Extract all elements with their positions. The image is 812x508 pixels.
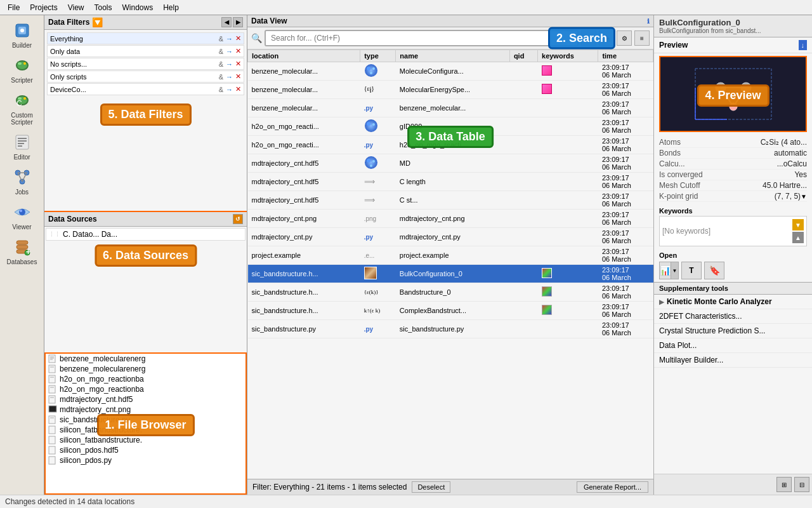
file-item-1[interactable]: benzene_molecularenerg — [46, 364, 246, 374]
prop-atoms: Atoms C₂Si₂ (4 ato... — [659, 137, 807, 148]
prop-value-converged: Yes — [735, 170, 807, 179]
cell-qid — [509, 173, 537, 191]
col-time[interactable]: time — [598, 50, 653, 62]
data-filters-header: Data Filters 🔽 ◀ ▶ — [44, 15, 247, 30]
table-row[interactable]: h2o_on_mgo_reacti... .py h2o_on_mgo_reac… — [248, 136, 653, 154]
scripter-btn[interactable]: Scripter — [2, 53, 43, 86]
table-row[interactable]: mdtrajectory_cnt.hdf5 ⟹ C length 23:09:1… — [248, 173, 653, 191]
cell-name: ComplexBandstruct... — [396, 302, 510, 320]
table-row[interactable]: mdtrajectory_cnt.png .png mdtrajectory_c… — [248, 210, 653, 228]
supp-item-crystal[interactable]: Crystal Structure Prediction S... — [654, 324, 812, 338]
file-name-8: silicon_fatbandstructure. — [60, 436, 142, 444]
table-row[interactable]: sic_bandstructure.h... k↑(ε k) ComplexBa… — [248, 302, 653, 320]
editor-btn[interactable]: Editor — [2, 130, 43, 163]
table-row[interactable]: sic_bandstructure.h... {ε(k)} Bandstruct… — [248, 283, 653, 302]
table-row[interactable]: project.example .e... project.example 23… — [248, 246, 653, 265]
supp-item-2dfet[interactable]: 2DFET Characteristics... — [654, 309, 812, 324]
keywords-add-btn[interactable]: ▼ — [792, 219, 804, 231]
search-input[interactable] — [265, 30, 579, 46]
molecule-icon-2 — [364, 119, 378, 133]
file-item-0[interactable]: benzene_molecularenerg — [46, 354, 246, 364]
table-row[interactable]: benzene_molecular... .py benzene_molecul… — [248, 99, 653, 117]
svg-point-52 — [370, 72, 372, 74]
menu-help[interactable]: Help — [158, 2, 184, 13]
menu-view[interactable]: View — [63, 2, 89, 13]
col-location[interactable]: location — [248, 50, 360, 62]
file-name-3: h2o_on_mgo_reactionba — [60, 385, 144, 394]
table-row[interactable]: benzene_molecular... {εi} MolecularEnerg… — [248, 81, 653, 99]
search-btn-1[interactable]: 📄 — [581, 30, 596, 46]
table-row[interactable]: mdtrajectory_cnt.hdf5 MD — [248, 154, 653, 173]
custom-scripter-btn[interactable]: C Custom Scripter — [2, 88, 43, 128]
search-settings-btn[interactable]: ⚙ — [617, 30, 632, 46]
file-item-2[interactable]: h2o_on_mgo_reactionba — [46, 374, 246, 384]
svg-rect-25 — [16, 241, 28, 244]
file-item-5[interactable]: mdtrajectory_cnt.png — [46, 404, 246, 415]
viewer-btn[interactable]: Viewer — [2, 199, 43, 233]
file-item-7[interactable]: silicon_fatbandstructure. — [46, 425, 246, 435]
deselect-button[interactable]: Deselect — [412, 481, 450, 493]
svg-rect-45 — [49, 426, 55, 434]
file-item-10[interactable]: silicon_pdos.py — [46, 455, 246, 465]
generate-report-button[interactable]: Generate Report... — [577, 481, 648, 493]
filter-row-no-scripts[interactable]: No scripts... & → ✕ — [47, 58, 244, 70]
filter-row-only-data[interactable]: Only data & → ✕ — [47, 45, 244, 57]
file-name-6: sic_bandstructure.py — [60, 415, 130, 424]
file-item-3[interactable]: h2o_on_mgo_reactionba — [46, 384, 246, 394]
table-row[interactable]: mdtrajectory_cnt.py .py mdtrajectory_cnt… — [248, 228, 653, 246]
preview-download-btn[interactable]: ↓ — [799, 40, 808, 50]
filter-row-deviceco[interactable]: DeviceCo... & → ✕ — [47, 83, 244, 95]
kpoint-expand-btn[interactable]: ▼ — [801, 192, 807, 201]
supp-item-kmc[interactable]: ▶ Kinetic Monte Carlo Analyzer — [654, 295, 812, 309]
open-text-btn[interactable]: T — [681, 262, 702, 279]
data-filters-btn-right[interactable]: ▶ — [233, 17, 243, 27]
menu-file[interactable]: File — [3, 2, 25, 13]
file-item-9[interactable]: silicon_pdos.hdf5 — [46, 445, 246, 455]
search-btn-2[interactable]: 📥 — [599, 30, 614, 46]
jobs-btn[interactable]: Jobs — [2, 164, 43, 198]
panel-expand-btn[interactable]: ⊞ — [776, 477, 792, 492]
cell-time: 23:09:1706 March — [598, 117, 653, 136]
source-row[interactable]: ⋮⋮ C. Datao... Da... — [46, 228, 246, 241]
cell-qid — [509, 246, 537, 265]
col-keywords[interactable]: keywords — [538, 50, 598, 62]
svg-point-6 — [23, 62, 26, 65]
data-view-icon: ℹ — [647, 18, 650, 25]
open-chart-dropdown[interactable]: ▼ — [671, 262, 679, 279]
file-item-6[interactable]: sic_bandstructure.py — [46, 415, 246, 425]
menu-windows[interactable]: Windows — [117, 2, 159, 13]
open-chart-btn[interactable]: 📊 — [659, 262, 671, 279]
keywords-remove-btn[interactable]: ▲ — [792, 232, 804, 243]
table-row[interactable]: benzene_molecular... MoleculeConfigura..… — [248, 62, 653, 81]
col-name[interactable]: name — [396, 50, 510, 62]
bottom-status-bar: Changes detected in 14 data locations — [0, 495, 812, 508]
search-columns-btn[interactable]: ≡ — [634, 30, 650, 46]
cell-type: {εi} — [360, 81, 396, 99]
table-row-selected[interactable]: sic_bandstructure.h... BulkConfiguration… — [248, 265, 653, 283]
panel-collapse-btn[interactable]: ⊟ — [794, 477, 809, 492]
file-item-4[interactable]: mdtrajectory_cnt.hdf5 — [46, 394, 246, 404]
data-sources-refresh-btn[interactable]: ↺ — [233, 214, 243, 224]
data-filters-btn-left[interactable]: ◀ — [221, 17, 232, 27]
cell-location: h2o_on_mgo_reacti... — [248, 117, 360, 136]
filter-row-everything[interactable]: Everything & → ✕ — [47, 32, 244, 44]
table-row[interactable]: mdtrajectory_cnt.hdf5 ⟹ C st... 23:09:17… — [248, 191, 653, 210]
menu-tools[interactable]: Tools — [89, 2, 117, 13]
col-type[interactable]: type — [360, 50, 396, 62]
cell-time: 23:09:1706 March — [598, 283, 653, 302]
file-item-8[interactable]: silicon_fatbandstructure. — [46, 435, 246, 445]
filter-row-only-scripts[interactable]: Only scripts & → ✕ — [47, 70, 244, 83]
supp-item-multilayer[interactable]: Multilayer Builder... — [654, 353, 812, 368]
databases-btn[interactable]: + Databases — [2, 234, 43, 268]
table-row[interactable]: sic_bandstructure.py .py sic_bandstructu… — [248, 320, 653, 338]
cell-qid — [509, 99, 537, 117]
menu-projects[interactable]: Projects — [25, 2, 62, 13]
col-qid[interactable]: qid — [509, 50, 537, 62]
table-row[interactable]: h2o_on_mgo_reacti... gID000 — [248, 117, 653, 136]
cell-keywords — [538, 246, 598, 265]
supp-item-dataplot[interactable]: Data Plot... — [654, 338, 812, 353]
svg-point-57 — [367, 159, 370, 163]
cell-time: 23:09:1706 March — [598, 173, 653, 191]
open-bookmark-btn[interactable]: 🔖 — [704, 262, 724, 279]
builder-btn[interactable]: Builder — [2, 18, 43, 51]
